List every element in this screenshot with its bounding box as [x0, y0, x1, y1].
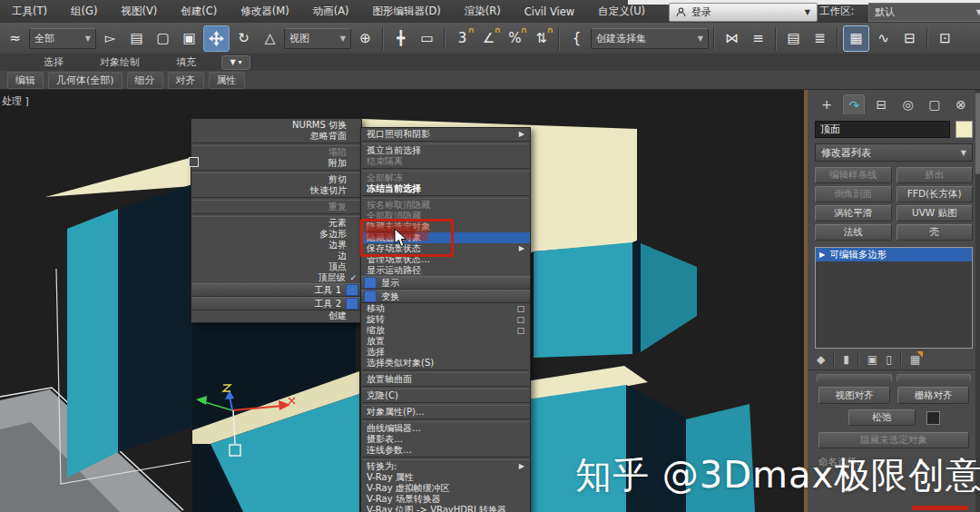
menubar-item[interactable]: 动画(A): [301, 0, 361, 23]
menubar-item[interactable]: 修改器(M): [229, 0, 300, 23]
relax-settings-checkbox[interactable]: [926, 411, 940, 425]
menu-item[interactable]: 克隆(C): [361, 390, 530, 401]
stack-item-editable-poly[interactable]: ▶ 可编辑多边形: [816, 248, 972, 261]
schematic-view-icon[interactable]: ⊟: [897, 26, 922, 51]
quad-title[interactable]: 变换: [361, 290, 530, 303]
modifier-button[interactable]: UVW 贴图: [897, 205, 974, 222]
display-tab-icon[interactable]: ▢: [925, 94, 945, 113]
pin-stack-icon[interactable]: ◆: [817, 353, 825, 366]
align-icon[interactable]: ≡: [746, 26, 770, 51]
menu-item[interactable]: 顶层级✓: [191, 272, 361, 283]
menu-item[interactable]: 放置轴曲面: [361, 374, 530, 385]
menu-item[interactable]: 边: [191, 251, 361, 261]
menu-item[interactable]: 孤立当前选择: [361, 145, 530, 156]
menubar-item[interactable]: 渲染(R): [453, 0, 513, 23]
object-name-field[interactable]: 顶面: [815, 121, 950, 138]
mirror-icon[interactable]: ⋈: [720, 26, 744, 51]
menu-item[interactable]: 顶点: [191, 261, 361, 272]
move-icon[interactable]: [203, 25, 230, 52]
modifier-button[interactable]: 涡轮平滑: [815, 205, 892, 222]
ribbon-tab[interactable]: 选择: [25, 55, 82, 69]
ribbon-panel-button[interactable]: 几何体(全部): [48, 72, 122, 89]
snap-3d-icon[interactable]: 3∩: [450, 26, 475, 51]
bind-spacewarp-icon[interactable]: ≈: [3, 26, 27, 51]
modifier-button[interactable]: 倒角剖面: [815, 186, 892, 202]
ref-coord-dropdown[interactable]: 视图▼: [284, 28, 351, 49]
modifier-button[interactable]: 法线: [815, 224, 892, 241]
menu-item[interactable]: 选择: [361, 347, 530, 358]
make-unique-icon[interactable]: ▣: [867, 353, 877, 366]
curve-editor-icon[interactable]: ∿: [871, 26, 896, 51]
menu-item[interactable]: 忽略背面: [191, 131, 361, 142]
ribbon-panel-button[interactable]: 细分: [127, 72, 163, 89]
menu-item[interactable]: 塌陷: [191, 147, 361, 158]
menu-item[interactable]: 视口照明和阴影▶: [361, 129, 530, 140]
viewport-label[interactable]: 处理 ]: [2, 94, 29, 108]
utilities-tab-icon[interactable]: ⊗: [951, 94, 971, 113]
named-sets-icon[interactable]: {: [564, 26, 589, 51]
ribbon-toggle-icon[interactable]: ▦: [843, 25, 869, 52]
menu-item[interactable]: 对象属性(P)…: [361, 407, 530, 418]
object-color-swatch[interactable]: [956, 121, 973, 138]
menu-item[interactable]: 曲线编辑器…: [361, 423, 530, 434]
hide-unselected-button[interactable]: 隐藏未选定对象: [818, 432, 969, 448]
workspace-dropdown[interactable]: 默认 ▼: [868, 3, 980, 22]
menu-item[interactable]: 剪切: [191, 174, 361, 185]
window-crossing-icon[interactable]: ▣: [177, 26, 201, 51]
menu-item[interactable]: 创建: [191, 310, 361, 321]
ribbon-panel-button[interactable]: 对齐: [168, 72, 204, 89]
configure-modifier-sets-icon[interactable]: ▦: [910, 353, 920, 366]
create-tab-icon[interactable]: +: [817, 94, 837, 113]
menubar-item[interactable]: 组(G): [59, 0, 109, 23]
layer-manager-icon[interactable]: ≣: [808, 26, 832, 51]
menu-item[interactable]: 按名称取消隐藏: [361, 200, 530, 211]
expand-arrow-icon[interactable]: ▶: [819, 251, 825, 259]
scene-explorer-icon[interactable]: ▤: [781, 26, 806, 51]
use-center-icon[interactable]: ⊕: [353, 26, 377, 51]
modifier-button[interactable]: 编辑样条线: [815, 167, 892, 183]
menu-item[interactable]: 边界: [191, 240, 361, 251]
selection-filter-dropdown[interactable]: 全部▼: [29, 28, 96, 49]
menu-item[interactable]: V-Ray 位图 -> VRayHDRI 转换器: [361, 505, 530, 512]
sign-in-button[interactable]: 登录 ▼: [669, 3, 818, 22]
relax-button[interactable]: 松弛: [848, 409, 916, 426]
menu-item[interactable]: 元素: [191, 218, 361, 229]
select-object-icon[interactable]: ▻: [98, 26, 122, 51]
motion-tab-icon[interactable]: ◎: [898, 94, 918, 113]
quad-title[interactable]: 显示: [361, 276, 530, 290]
quad-title[interactable]: 工具 1: [191, 283, 361, 297]
menu-item[interactable]: V-Ray 场景转换器: [361, 494, 530, 505]
menu-item[interactable]: V-Ray 虚拟帧缓冲区: [361, 483, 530, 494]
grid-align-button[interactable]: 栅格对齐: [897, 387, 969, 404]
menu-item[interactable]: 显示运动路径: [361, 265, 530, 276]
rotate-icon[interactable]: ↻: [231, 26, 256, 51]
menu-item[interactable]: 多边形: [191, 229, 361, 240]
show-end-result-icon[interactable]: ▮: [843, 353, 849, 366]
menubar-item[interactable]: 图形编辑器(D): [361, 0, 453, 23]
scale-icon[interactable]: △: [258, 26, 282, 51]
percent-snap-icon[interactable]: %∩: [503, 26, 527, 51]
ribbon-minimize-widget[interactable]: ▼ ▾: [221, 55, 250, 70]
keyboard-override-icon[interactable]: ▭: [415, 26, 439, 51]
modifier-button[interactable]: FFD(长方体): [897, 186, 974, 202]
spinner-snap-icon[interactable]: ⇅∩: [529, 26, 554, 51]
menu-item[interactable]: V-Ray 属性: [361, 472, 530, 483]
ribbon-tab[interactable]: 对象绘制: [82, 55, 158, 69]
modifier-list-dropdown[interactable]: 修改器列表 ▼: [815, 143, 973, 162]
rect-region-icon[interactable]: ▢: [151, 26, 175, 51]
menu-item[interactable]: 缩放□: [361, 325, 530, 336]
render-setup-icon[interactable]: ⊡: [933, 26, 957, 51]
named-sets-dropdown[interactable]: 创建选择集▼: [591, 28, 709, 49]
modifier-button[interactable]: 挤出: [897, 167, 974, 183]
menu-item[interactable]: 快速切片: [191, 185, 361, 196]
ribbon-panel-button[interactable]: 编辑: [7, 72, 44, 89]
hierarchy-tab-icon[interactable]: ⊟: [871, 94, 891, 113]
select-manipulate-icon[interactable]: ╋: [388, 26, 413, 51]
menubar-item[interactable]: 创建(C): [169, 0, 229, 23]
menu-item[interactable]: NURMS 切换: [191, 120, 361, 131]
menu-item[interactable]: 旋转□: [361, 314, 530, 325]
menu-item[interactable]: 转换为:▶: [361, 461, 530, 472]
menu-item[interactable]: 附加: [191, 158, 361, 169]
select-by-name-icon[interactable]: ▤: [124, 26, 149, 51]
angle-snap-icon[interactable]: ∠∩: [476, 26, 501, 51]
